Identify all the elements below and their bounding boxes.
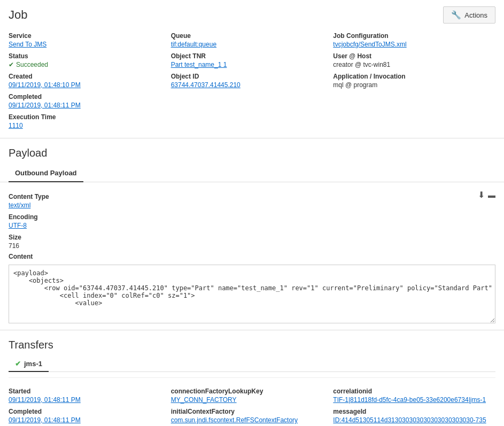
transfer-completed-label: Completed (9, 408, 166, 415)
download-icon[interactable]: ⬇ (478, 190, 485, 200)
content-label: Content (9, 253, 495, 260)
queue-value[interactable]: tif:default:queue (171, 41, 328, 48)
service-value[interactable]: Send To JMS (9, 41, 166, 48)
page-header: Job 🔧 Actions (0, 0, 504, 28)
payload-tabs: Outbound Payload (0, 165, 504, 182)
payload-icons: ⬇ ▬ (478, 190, 495, 200)
transfers-tabs: ✔ jms-1 (9, 357, 495, 372)
conn-factory-label: connectionFactoryLookupKey (171, 388, 328, 395)
conn-factory-value[interactable]: MY_CONN_FACTORY (171, 396, 328, 404)
actions-label: Actions (464, 11, 487, 19)
queue-label: Queue (171, 32, 328, 40)
transfer-started-label: Started (9, 388, 166, 395)
status-text: Succeeded (16, 61, 48, 68)
job-info: Service Send To JMS Status ✔ Succeeded C… (0, 28, 504, 138)
status-label: Status (9, 52, 166, 60)
size-value: 716 (9, 242, 478, 250)
object-tnr-label: Object TNR (171, 52, 328, 60)
message-id-label: messageId (333, 408, 490, 415)
created-value[interactable]: 09/11/2019, 01:48:10 PM (9, 81, 166, 89)
page-title: Job (9, 8, 27, 22)
jms-tab-label: jms-1 (24, 360, 42, 368)
service-label: Service (9, 32, 166, 40)
content-type-value[interactable]: text/xml (9, 202, 478, 209)
transfer-col-1: Started 09/11/2019, 01:48:11 PM Complete… (9, 383, 171, 424)
content-type-label: Content Type (9, 193, 478, 200)
object-tnr-value[interactable]: Part test_name_1 1 (171, 61, 328, 68)
payload-meta-section: Content Type text/xml Encoding UTF-8 Siz… (0, 182, 504, 330)
job-config-value[interactable]: tvcjobcfg/SendToJMS.xml (333, 41, 490, 48)
object-id-label: Object ID (171, 73, 328, 80)
transfer-col-2: connectionFactoryLookupKey MY_CONN_FACTO… (171, 383, 334, 424)
user-host-value: creator @ tvc-win81 (333, 61, 490, 68)
payload-section: Payload Outbound Payload Content Type te… (0, 138, 504, 330)
user-host-label: User @ Host (333, 52, 490, 60)
app-invoc-value: mql @ program (333, 81, 490, 89)
transfer-completed-value[interactable]: 09/11/2019, 01:48:11 PM (9, 416, 166, 424)
object-id-value[interactable]: 63744.47037.41445.210 (171, 81, 328, 89)
transfer-col-3: correlationid TIF-1|811d18fd-d5fc-4ca9-b… (333, 383, 495, 424)
initial-ctx-label: initialContextFactory (171, 408, 328, 415)
wrench-icon: 🔧 (451, 10, 461, 20)
transfer-started-value[interactable]: 09/11/2019, 01:48:11 PM (9, 396, 166, 404)
encoding-label: Encoding (9, 213, 478, 221)
job-col-1: Service Send To JMS Status ✔ Succeeded C… (9, 28, 171, 129)
size-label: Size (9, 234, 478, 241)
execution-time-label: Execution Time (9, 113, 166, 121)
tab-jms-1[interactable]: ✔ jms-1 (9, 357, 49, 372)
transfers-title: Transfers (9, 339, 495, 357)
message-id-value[interactable]: ID:414d51305114d313030303030303030303030… (333, 416, 490, 424)
completed-label: Completed (9, 93, 166, 100)
payload-meta-left: Content Type text/xml Encoding UTF-8 Siz… (9, 189, 478, 250)
actions-button[interactable]: 🔧 Actions (443, 6, 495, 24)
payload-meta: Content Type text/xml Encoding UTF-8 Siz… (9, 189, 495, 250)
status-value: ✔ Succeeded (9, 61, 166, 68)
encoding-value[interactable]: UTF-8 (9, 222, 478, 229)
created-label: Created (9, 73, 166, 80)
copy-icon[interactable]: ▬ (488, 191, 495, 199)
correlation-value[interactable]: TIF-1|811d18fd-d5fc-4ca9-be05-33e6200e67… (333, 396, 490, 404)
job-config-label: Job Configuration (333, 32, 490, 40)
tab-outbound-payload[interactable]: Outbound Payload (9, 165, 83, 182)
job-col-2: Queue tif:default:queue Object TNR Part … (171, 28, 334, 129)
initial-ctx-value[interactable]: com.sun.jndi.fscontext.RefFSContextFacto… (171, 416, 328, 424)
transfers-section: Transfers ✔ jms-1 Started 09/11/2019, 01… (0, 330, 504, 426)
payload-title: Payload (0, 138, 504, 165)
execution-time-value[interactable]: 1110 (9, 122, 166, 129)
check-icon: ✔ (9, 61, 14, 68)
content-area[interactable]: <payload> <objects> <row oid="63744.4703… (9, 265, 495, 323)
app-invoc-label: Application / Invocation (333, 73, 490, 80)
completed-value[interactable]: 09/11/2019, 01:48:11 PM (9, 102, 166, 109)
correlation-label: correlationid (333, 388, 490, 395)
job-col-3: Job Configuration tvcjobcfg/SendToJMS.xm… (333, 28, 495, 129)
transfer-info: Started 09/11/2019, 01:48:11 PM Complete… (9, 377, 495, 424)
check-icon-transfer: ✔ (15, 360, 21, 368)
